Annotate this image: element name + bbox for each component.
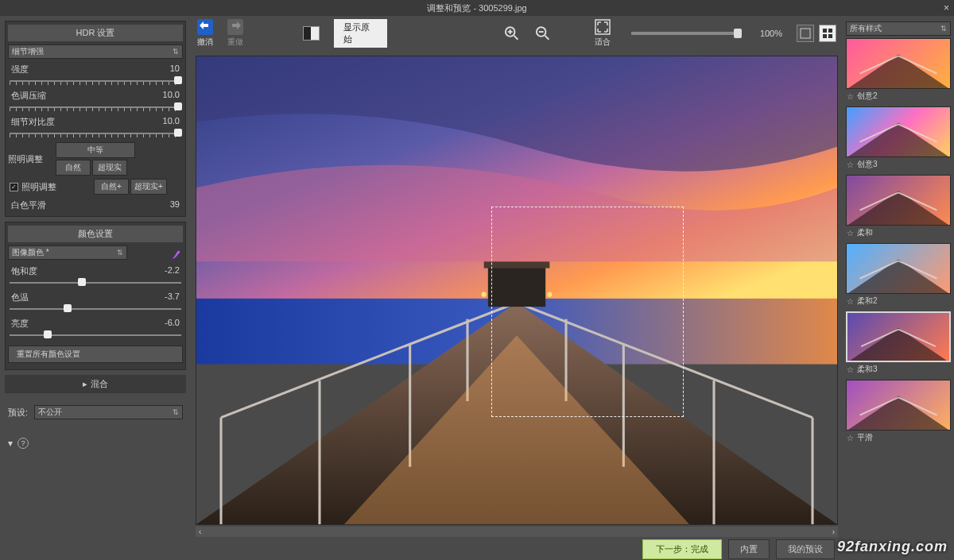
strength-value: 10 [170, 64, 180, 75]
scroll-left-icon[interactable]: ‹ [199, 527, 201, 536]
brush-icon[interactable] [170, 248, 183, 261]
horizontal-scrollbar[interactable]: ‹› [196, 527, 838, 537]
bri-handle[interactable] [44, 330, 52, 338]
strength-track[interactable] [10, 77, 181, 85]
chevron-updown-icon: ⇅ [173, 48, 179, 56]
canvas-area [191, 51, 843, 527]
grid-view-icon[interactable] [819, 25, 836, 42]
lighting-surreal-button[interactable]: 超现实 [92, 160, 127, 176]
thumb-image[interactable] [846, 311, 951, 362]
style-thumb[interactable]: ☆创意2 [846, 38, 951, 103]
blend-title: 混合 [91, 379, 108, 388]
next-step-button[interactable]: 下一步：完成 [642, 539, 722, 559]
window-title: 调整和预览 - 3005299.jpg [427, 2, 526, 14]
chevron-updown-icon: ⇅ [173, 408, 179, 416]
sat-track[interactable] [10, 279, 181, 287]
bri-track[interactable] [10, 331, 181, 339]
temp-label: 色温 [11, 292, 29, 303]
preset-label: 预设: [8, 407, 28, 419]
lighting-natural-plus-button[interactable]: 自然+ [94, 179, 129, 195]
detail-handle[interactable] [174, 129, 182, 137]
fit-label: 适合 [595, 37, 611, 48]
strength-slider: 强度10 [10, 64, 181, 85]
redo-label: 重做 [227, 37, 243, 48]
thumb-label: 创意3 [857, 159, 878, 170]
help-icon[interactable]: ? [17, 438, 29, 449]
compress-handle[interactable] [174, 102, 182, 110]
svg-point-30 [482, 292, 487, 297]
image-canvas[interactable] [196, 56, 838, 525]
favorite-star-icon[interactable]: ☆ [847, 297, 854, 306]
temp-track[interactable] [10, 305, 181, 313]
temp-handle[interactable] [64, 304, 72, 312]
redo-button[interactable]: 重做 [227, 19, 243, 48]
reset-color-button[interactable]: 重置所有颜色设置 [8, 346, 183, 363]
thumb-label: 创意2 [857, 91, 878, 102]
chevron-updown-icon: ⇅ [940, 25, 947, 33]
lighting-medium-button[interactable]: 中等 [56, 142, 135, 158]
show-original-button[interactable]: 显示原始 [334, 19, 387, 48]
undo-button[interactable]: 撤消 [197, 19, 213, 48]
chevron-updown-icon: ⇅ [117, 249, 123, 257]
svg-rect-29 [484, 261, 550, 268]
svg-line-7 [545, 36, 549, 40]
favorite-star-icon[interactable]: ☆ [847, 160, 854, 169]
svg-rect-12 [828, 29, 832, 33]
lighting-surreal-plus-button[interactable]: 超现实+ [130, 179, 167, 195]
svg-rect-28 [488, 266, 545, 307]
scroll-right-icon[interactable]: › [832, 527, 835, 536]
hdr-mode-dropdown[interactable]: 细节增强 ⇅ [8, 44, 183, 59]
close-icon[interactable]: × [944, 2, 949, 14]
white-smooth-label: 白色平滑 [11, 199, 46, 211]
zoom-out-icon[interactable] [534, 25, 551, 42]
chevron-down-icon[interactable]: ▾ [8, 438, 13, 449]
lighting-natural-button[interactable]: 自然 [56, 160, 91, 176]
style-thumb[interactable]: ☆平滑 [846, 380, 951, 445]
compress-track[interactable] [10, 103, 181, 111]
blend-section-header[interactable]: ▸ 混合 [5, 375, 186, 393]
sat-value: -2.2 [165, 265, 180, 277]
thumb-image[interactable] [846, 175, 951, 226]
style-thumb[interactable]: ☆柔和3 [846, 311, 951, 377]
fit-button[interactable]: 适合 [595, 19, 611, 48]
internal-presets-button[interactable]: 内置 [728, 539, 770, 559]
favorite-star-icon[interactable]: ☆ [847, 365, 854, 374]
preset-value: 不公开 [38, 407, 62, 418]
favorite-star-icon[interactable]: ☆ [847, 229, 854, 238]
style-thumb[interactable]: ☆柔和2 [846, 243, 951, 308]
zoom-slider[interactable] [631, 32, 739, 35]
styles-dropdown[interactable]: 所有样式 ⇅ [846, 21, 951, 36]
thumb-image[interactable] [846, 243, 951, 294]
lighting-label: 照明调整 [8, 153, 56, 165]
thumb-image[interactable] [846, 38, 951, 89]
zoom-percent: 100% [760, 29, 782, 38]
title-bar: 调整和预览 - 3005299.jpg × [0, 0, 954, 16]
compare-icon[interactable] [303, 26, 320, 41]
compress-slider: 色调压缩10.0 [10, 90, 181, 111]
preview-image [196, 56, 837, 524]
style-thumb[interactable]: ☆柔和 [846, 175, 951, 240]
hdr-panel-header[interactable]: HDR 设置 [8, 25, 183, 41]
bri-label: 亮度 [11, 318, 29, 330]
strength-label: 强度 [11, 64, 29, 75]
lighting-checkbox[interactable]: ✓ [10, 183, 18, 191]
my-presets-button[interactable]: 我的预设 [776, 539, 835, 559]
thumb-image[interactable] [846, 106, 951, 157]
top-toolbar: 撤消 重做 显示原始 适合 100% [191, 16, 843, 51]
zoom-handle[interactable] [734, 29, 742, 38]
strength-handle[interactable] [174, 76, 182, 84]
preset-dropdown[interactable]: 不公开 ⇅ [34, 405, 183, 419]
svg-rect-9 [595, 20, 610, 34]
single-view-icon[interactable] [797, 25, 814, 42]
favorite-star-icon[interactable]: ☆ [847, 434, 854, 442]
detail-track[interactable] [10, 129, 181, 137]
white-smooth-slider: 白色平滑39 [10, 199, 181, 211]
style-thumb[interactable]: ☆创意3 [846, 106, 951, 172]
svg-point-31 [547, 292, 552, 297]
favorite-star-icon[interactable]: ☆ [847, 92, 854, 101]
zoom-in-icon[interactable] [503, 25, 520, 42]
sat-handle[interactable] [78, 278, 86, 286]
thumb-image[interactable] [846, 380, 951, 431]
color-panel: 颜色设置 图像颜色 * ⇅ 饱和度-2.2 色温-3.7 亮度-6.0 重置所有… [5, 222, 186, 370]
color-panel-header[interactable]: 颜色设置 [8, 226, 183, 242]
